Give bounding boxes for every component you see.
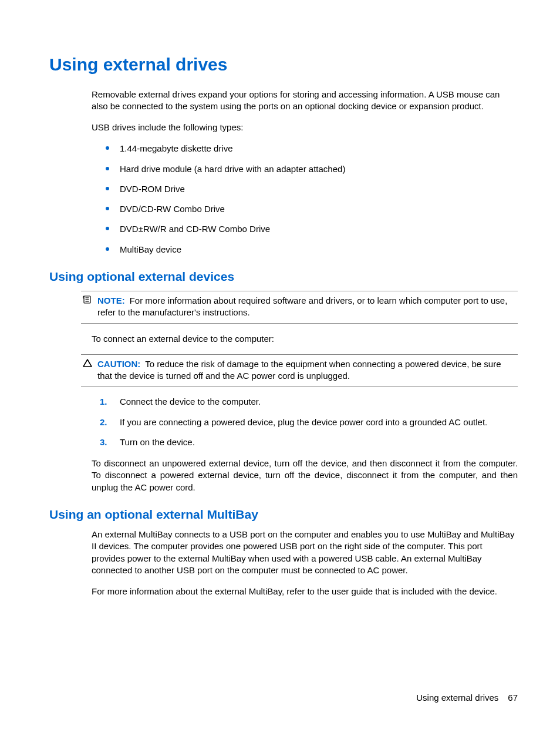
caution-label: CAUTION: [97,359,140,369]
usb-types-list: 1.44-megabyte diskette drive Hard drive … [92,143,518,256]
bullet-icon [106,146,109,150]
step-number: 3. [100,436,107,448]
step-text: Turn on the device. [120,437,195,447]
step-text: Connect the device to the computer. [120,396,261,406]
list-item: 1.44-megabyte diskette drive [92,143,518,154]
step-number: 1. [100,396,107,408]
footer-title: Using external drives [416,693,498,703]
note-text: For more information about required soft… [97,295,507,317]
bullet-icon [106,247,109,251]
caution-text: To reduce the risk of damage to the equi… [97,359,501,381]
connect-lead: To connect an external device to the com… [92,333,518,345]
multibay-para1: An external MultiBay connects to a USB p… [92,529,518,576]
list-item-label: DVD-ROM Drive [120,184,185,194]
list-item-label: 1.44-megabyte diskette drive [120,143,233,153]
caution-icon [81,358,94,371]
page-footer: Using external drives67 [416,692,518,704]
bullet-icon [106,227,109,230]
list-item: DVD/CD-RW Combo Drive [92,203,518,215]
step-item: 2.If you are connecting a powered device… [92,416,518,428]
page-heading: Using external drives [49,53,518,77]
intro-block: Removable external drives expand your op… [92,89,518,256]
step-text: If you are connecting a powered device, … [120,417,487,427]
list-item-label: Hard drive module (a hard drive with an … [120,164,345,174]
usb-lead: USB drives include the following types: [92,122,518,133]
page-number: 67 [508,693,518,703]
bullet-icon [106,187,109,190]
step-number: 2. [100,416,107,428]
optional-devices-block: NOTE:For more information about required… [81,291,518,493]
list-item: Hard drive module (a hard drive with an … [92,163,518,175]
disconnect-paragraph: To disconnect an unpowered external devi… [92,458,518,493]
note-callout: NOTE:For more information about required… [81,291,518,324]
step-item: 3.Turn on the device. [92,436,518,448]
intro-paragraph: Removable external drives expand your op… [92,89,518,113]
caution-callout: CAUTION:To reduce the risk of damage to … [81,354,518,387]
bullet-icon [106,207,109,210]
list-item: DVD-ROM Drive [92,183,518,195]
note-icon [81,295,94,307]
multibay-para2: For more information about the external … [92,586,518,597]
multibay-block: An external MultiBay connects to a USB p… [92,529,518,597]
list-item-label: DVD±RW/R and CD-RW Combo Drive [120,224,270,234]
note-label: NOTE: [97,295,125,305]
section-heading-optional-devices: Using optional external devices [49,268,518,285]
steps-list: 1.Connect the device to the computer. 2.… [92,396,518,448]
list-item-label: DVD/CD-RW Combo Drive [120,204,225,214]
list-item: MultiBay device [92,244,518,256]
list-item: DVD±RW/R and CD-RW Combo Drive [92,223,518,235]
list-item-label: MultiBay device [120,244,181,254]
step-item: 1.Connect the device to the computer. [92,396,518,408]
section-heading-multibay: Using an optional external MultiBay [49,506,518,523]
bullet-icon [106,167,109,170]
